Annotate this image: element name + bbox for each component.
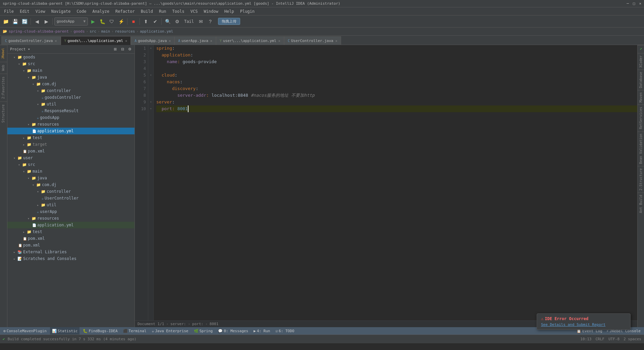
doc-path-port[interactable]: port: xyxy=(192,322,203,326)
toolbar-save-btn[interactable]: 💾 xyxy=(11,17,19,26)
bottom-consolemavenplugin[interactable]: ⚙ ConsoleMavenPlugin xyxy=(1,327,49,335)
panel-ant-build[interactable]: Ant Build xyxy=(638,192,644,215)
tree-goods-comdj[interactable]: ▾ 📁 com.dj xyxy=(7,81,135,87)
toolbar-sync-btn[interactable]: 🔄 xyxy=(20,17,29,26)
breadcrumb-part-0[interactable]: spring-cloud-alibaba-parent xyxy=(9,29,69,34)
project-toolbar-collapse[interactable]: ⊟ xyxy=(119,46,126,53)
error-link[interactable]: See Details and Submit Report xyxy=(541,322,626,327)
bottom-todo[interactable]: ☑ 6: TODO xyxy=(273,327,296,335)
tab-usercontroller[interactable]: C UserController.java ✕ xyxy=(284,36,341,45)
panel-database[interactable]: Database xyxy=(638,70,644,90)
tree-goodsapp-file[interactable]: ☕ goodsApp xyxy=(7,114,135,121)
sidebar-jrebel[interactable]: JRebel xyxy=(0,45,7,62)
bottom-terminal[interactable]: ⬛ Terminal xyxy=(121,327,149,335)
tab-close-3[interactable]: ✕ xyxy=(210,39,212,43)
project-toolbar-expand[interactable]: ⊞ xyxy=(112,46,118,53)
tree-user-yml-file[interactable]: 📄 application.yml xyxy=(7,222,135,228)
tab-close-0[interactable]: ✕ xyxy=(55,39,57,43)
toolbar-search-btn[interactable]: 🔍 xyxy=(163,17,172,26)
close-btn[interactable]: ✕ xyxy=(639,1,641,6)
panel-bean-validation[interactable]: Bean Validation xyxy=(638,131,644,166)
code-editor[interactable]: spring: application: name: goods-provide… xyxy=(154,45,637,320)
toolbar-settings-btn[interactable]: ⚙ xyxy=(173,17,181,26)
editor-content[interactable]: 1 2 3 4 5 6 7 8 9 10 ⚬ ⚬ ⚬ xyxy=(135,45,637,320)
bottom-spring[interactable]: 🌿 Spring xyxy=(192,327,215,335)
sidebar-favorites[interactable]: 2:Favorites xyxy=(0,74,7,101)
tree-scratches[interactable]: ▸ 📝 Scratches and Consoles xyxy=(7,255,135,262)
tab-close-4[interactable]: ✕ xyxy=(278,39,280,43)
tab-close-5[interactable]: ✕ xyxy=(335,39,337,43)
tab-goods-yml[interactable]: Y goods\...\application.yml ✕ xyxy=(61,36,131,45)
breadcrumb-part-1[interactable]: goods xyxy=(73,29,85,34)
maximize-btn[interactable]: □ xyxy=(633,1,635,6)
menu-tools[interactable]: Tools xyxy=(170,8,187,14)
menu-edit[interactable]: Edit xyxy=(17,8,32,14)
panel-xcoder[interactable]: XCoder xyxy=(638,53,644,70)
remote-upload-btn[interactable]: 拖拽上传 xyxy=(218,18,240,25)
panel-notifications[interactable]: ✔ xyxy=(638,45,644,53)
panel-retservices[interactable]: RetServices xyxy=(638,104,644,131)
tree-goods-src[interactable]: ▾ 📁 src xyxy=(7,60,135,67)
sidebar-web[interactable]: Web xyxy=(0,62,7,74)
toolbar-debug-btn[interactable]: 🐛 xyxy=(98,17,107,26)
toolbar-mail-btn[interactable]: ✉ xyxy=(197,17,205,26)
toolbar-update-btn[interactable]: ⬆ xyxy=(142,17,150,26)
breadcrumb-part-4[interactable]: resources xyxy=(115,29,135,34)
bottom-javaenterprise[interactable]: ☕ Java Enterprise xyxy=(150,327,191,335)
tree-external-libraries[interactable]: ▸ 📚 External Libraries xyxy=(7,249,135,255)
menu-refactor[interactable]: Refactor xyxy=(113,8,138,14)
tree-goods[interactable]: ▾ 📁 goods xyxy=(7,54,135,60)
bottom-findbugs[interactable]: 🐛 FindBugs-IDEA xyxy=(81,327,119,335)
menu-window[interactable]: Window xyxy=(201,8,221,14)
indent-info[interactable]: 2 spaces xyxy=(624,337,641,341)
charset[interactable]: UTF-8 xyxy=(608,337,620,341)
tree-usercontroller-file[interactable]: ☕ UserController xyxy=(7,195,135,202)
tab-close-2[interactable]: ✕ xyxy=(169,39,171,43)
tree-user-main[interactable]: ▾ 📁 main xyxy=(7,168,135,175)
bottom-messages[interactable]: 💬 0: Messages xyxy=(216,327,250,335)
tab-close-1[interactable]: ✕ xyxy=(125,39,127,43)
menu-file[interactable]: File xyxy=(1,8,16,14)
toolbar-help-btn[interactable]: ? xyxy=(206,17,215,26)
tree-root-pom[interactable]: 📋 pom.xml xyxy=(7,242,135,249)
doc-path-server[interactable]: server: xyxy=(170,322,186,326)
toolbar-stop-btn[interactable]: ■ xyxy=(129,17,138,26)
tree-user-util[interactable]: ▸ 📁 util xyxy=(7,202,135,208)
menu-vcs[interactable]: VCS xyxy=(188,8,201,14)
tree-goodscontroller-file[interactable]: ☕ goodsController xyxy=(7,94,135,101)
toolbar-commit-btn[interactable]: ✔ xyxy=(151,17,160,26)
tree-userapp-file[interactable]: ☕ userApp xyxy=(7,208,135,215)
tree-goods-test[interactable]: ▸ 📁 test xyxy=(7,134,135,141)
tree-user[interactable]: ▾ 📁 user xyxy=(7,155,135,161)
tree-user-pom[interactable]: 📋 pom.xml xyxy=(7,235,135,242)
panel-structure[interactable]: 2-Structure xyxy=(638,166,644,192)
tree-goods-util[interactable]: ▾ 📁 util xyxy=(7,101,135,107)
bottom-run[interactable]: ▶ 4: Run xyxy=(252,327,272,335)
menu-code[interactable]: Code xyxy=(74,8,89,14)
tree-goods-controller-folder[interactable]: ▾ 📁 controller xyxy=(7,87,135,94)
toolbar-coverage-btn[interactable]: 🛡 xyxy=(107,17,116,26)
tree-goods-java[interactable]: ▾ 📁 java xyxy=(7,74,135,81)
minimize-btn[interactable]: ─ xyxy=(627,1,629,6)
toolbar-run-btn[interactable]: ▶ xyxy=(89,17,97,26)
tab-user-yml[interactable]: Y user\...\application.yml ✕ xyxy=(216,36,284,45)
tree-goods-main[interactable]: ▾ 📁 main xyxy=(7,67,135,74)
toolbar-profiler-btn[interactable]: ⚡ xyxy=(117,17,125,26)
breadcrumb-part-5[interactable]: application.yml xyxy=(140,29,173,34)
tree-user-src[interactable]: ▾ 📁 src xyxy=(7,161,135,168)
cursor-position[interactable]: 10:13 xyxy=(580,337,591,341)
toolbar-back-btn[interactable]: ◀ xyxy=(33,17,41,26)
menu-view[interactable]: View xyxy=(33,8,48,14)
tab-goodsapp[interactable]: A goodsApp.java ✕ xyxy=(131,36,174,45)
tree-user-java[interactable]: ▾ 📁 java xyxy=(7,175,135,181)
sidebar-structure[interactable]: Structure xyxy=(0,101,7,125)
panel-maven[interactable]: Maven xyxy=(638,90,644,104)
menu-run[interactable]: Run xyxy=(156,8,169,14)
bottom-statistic[interactable]: 📊 Statistic xyxy=(50,327,80,335)
menu-plugin[interactable]: Plugin xyxy=(237,8,257,14)
run-config-dropdown[interactable]: goodsApp ▼ xyxy=(54,17,88,26)
breadcrumb-part-2[interactable]: src xyxy=(90,29,96,34)
tree-responseresult-file[interactable]: ☕ ResponseResult xyxy=(7,107,135,114)
tab-goodscontroller[interactable]: C goodsController.java ✕ xyxy=(1,36,61,45)
tree-goods-resources[interactable]: ▾ 📁 resources xyxy=(7,121,135,128)
